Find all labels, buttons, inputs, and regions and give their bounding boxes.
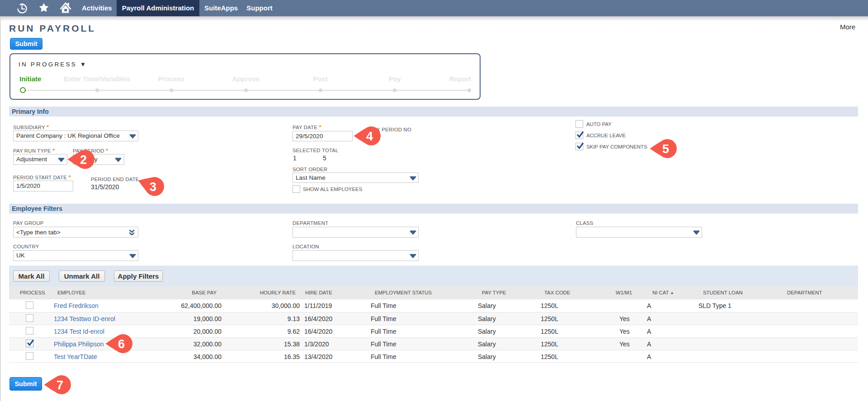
svg-text:4: 4 xyxy=(366,130,373,143)
svg-text:3: 3 xyxy=(150,180,156,194)
svg-text:7: 7 xyxy=(57,378,63,392)
svg-text:5: 5 xyxy=(662,142,669,156)
svg-text:2: 2 xyxy=(80,153,87,167)
svg-text:6: 6 xyxy=(118,337,125,351)
